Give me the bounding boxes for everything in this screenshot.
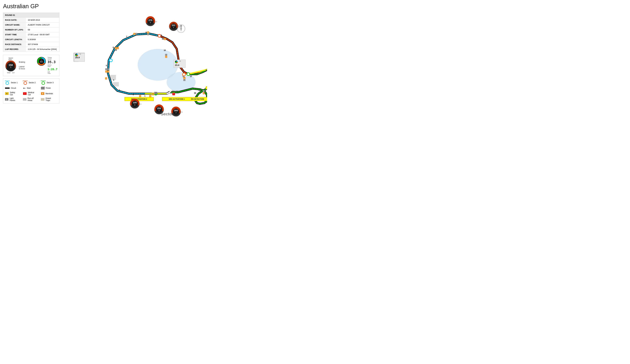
right-panel: 1 2 3 4 5 6 7 8 9 10 11 12 13 14 15 16 [62, 13, 207, 131]
svg-text:5: 5 [159, 110, 160, 111]
legend-gravel: GravelTraps [41, 97, 58, 101]
legend-sector2: Sector 2 [23, 80, 40, 85]
legend-light-panels: L LightPanels [5, 97, 22, 101]
safety-car-icon: S [5, 92, 9, 95]
legend-medical-car: + MedicalCar [23, 91, 40, 96]
svg-text:L: L [166, 54, 166, 55]
race-distance-value: 307.574KM [26, 42, 60, 47]
sector-display: T3 35.3 TimingSector 35.3 SectorTime 1:2… [37, 57, 58, 74]
svg-text:12: 12 [190, 75, 192, 77]
speed-gauge: 150 3 [5, 60, 16, 72]
info-table: ROUND 01 RACE DATE: 16 MAR 2014 CIRCUIT … [3, 13, 60, 52]
svg-point-33 [158, 34, 161, 37]
svg-text:0.1: 0.1 [180, 111, 182, 113]
svg-text:3: 3 [10, 66, 11, 68]
svg-text:L: L [204, 90, 204, 92]
svg-text:L: L [184, 79, 185, 81]
circuit-length-label: CIRCUIT LENGTH: [3, 37, 26, 42]
track-svg: 1 2 3 4 5 6 7 8 9 10 11 12 13 14 15 16 [62, 13, 207, 131]
svg-text:105: 105 [133, 101, 137, 104]
svg-text:275: 275 [148, 19, 152, 21]
sector-gauge-t3: T3 35.3 [37, 57, 46, 66]
svg-text:M: M [148, 32, 149, 33]
sector1-circle [6, 81, 9, 85]
svg-text:1.0: 1.0 [178, 26, 180, 27]
svg-text:5: 5 [173, 27, 174, 28]
svg-text:8: 8 [146, 31, 147, 33]
svg-point-32 [110, 59, 112, 62]
safety-car-label: SafetyCar [10, 91, 15, 96]
gravel-icon [41, 98, 44, 101]
svg-rect-13 [113, 82, 119, 87]
svg-text:35.3: 35.3 [40, 61, 43, 62]
runoff-icon [23, 98, 26, 101]
gforce-value: -1.0 [12, 72, 14, 73]
legend-finish: Finish [41, 86, 58, 90]
svg-point-34 [187, 73, 190, 76]
circuit-length-value: 5.303KM [26, 37, 60, 42]
svg-text:255: 255 [157, 107, 161, 110]
svg-text:M: M [117, 47, 118, 49]
page-title: Australian GP [3, 3, 207, 9]
light-panels-label: LightPanels [10, 97, 15, 101]
marshals-label: Marshals [46, 92, 53, 95]
circuit-name-value: ALBERT PARK CIRCUIT [26, 22, 60, 27]
runoff-label: Run-offAreas [28, 97, 34, 101]
finish-checker-icon [41, 87, 44, 89]
svg-text:M: M [184, 77, 185, 79]
svg-text:6: 6 [150, 22, 151, 23]
speed-label: SpeedKmh [8, 57, 13, 60]
svg-text:L: L [195, 92, 196, 94]
svg-text:1: 1 [144, 95, 146, 97]
legend-box: Sector 1 Sector 2 Sector 3 [3, 78, 60, 103]
svg-text:221: 221 [172, 24, 176, 26]
sector2-circle [24, 81, 27, 85]
svg-text:DRS ACTIVATION 1: DRS ACTIVATION 1 [169, 98, 185, 100]
svg-text:M: M [166, 56, 167, 58]
round-cell: ROUND 01 [3, 13, 60, 18]
svg-text:4: 4 [113, 79, 114, 81]
start-time-value: 17:00 Local - 06:00 GMT [26, 32, 60, 37]
sector-times-display: TimingSector 35.3 SectorTime 1:26.7 LapT… [48, 57, 58, 74]
medical-car-icon: + [23, 92, 27, 95]
circuit-name-label: CIRCUIT NAME: [3, 22, 26, 27]
start-arrows-icon: ⇐ [23, 86, 26, 90]
svg-text:L: L [106, 69, 107, 70]
svg-text:M: M [106, 71, 107, 72]
circuit-label: Circuit [11, 87, 16, 89]
svg-text:M: M [140, 95, 141, 97]
sector3-label: Sector 3 [47, 81, 54, 84]
braking-gforce: Braking LateralG-force [19, 61, 25, 70]
lap-time-value: 1:26.7 [48, 67, 58, 71]
svg-text:M: M [203, 92, 204, 94]
sector-time-label: SectorTime [48, 64, 58, 67]
marshal-icon: M [41, 92, 44, 95]
svg-text:M: M [164, 38, 166, 40]
braking-label: Braking [19, 61, 25, 63]
svg-text:L: L [108, 69, 109, 70]
track-map: 1 2 3 4 5 6 7 8 9 10 11 12 13 14 15 16 [62, 13, 207, 131]
svg-text:L: L [163, 38, 164, 39]
legend-runoff: Run-offAreas [23, 97, 40, 101]
lap-record-label: LAP RECORD: [3, 47, 26, 52]
legend-marshals: M Marshals [41, 91, 58, 96]
svg-text:DRS DETECTION: DRS DETECTION [190, 98, 204, 100]
circuit-line [5, 87, 10, 89]
svg-text:15: 15 [198, 89, 200, 91]
svg-text:M: M [115, 47, 116, 49]
start-time-label: START TIME [3, 32, 26, 37]
telemetry-inner: SpeedKmh 150 3 Gear -1.0 [5, 57, 58, 74]
svg-point-37 [182, 73, 186, 76]
sector1-label: Sector 1 [11, 81, 18, 84]
svg-text:M: M [108, 71, 109, 72]
svg-text:2: 2 [133, 93, 134, 96]
gear-label: Gear -1.0 [7, 72, 14, 73]
legend-start: ⇐ Start [23, 86, 40, 90]
lateral-label: LateralG-force [19, 66, 25, 70]
svg-text:28.9: 28.9 [75, 56, 80, 59]
lap-time-label: LapTime [48, 71, 58, 74]
race-date-label: RACE DATE: [3, 18, 26, 22]
svg-text:5: 5 [106, 64, 107, 67]
legend-circuit: Circuit [5, 86, 22, 90]
svg-text:7: 7 [176, 112, 176, 114]
